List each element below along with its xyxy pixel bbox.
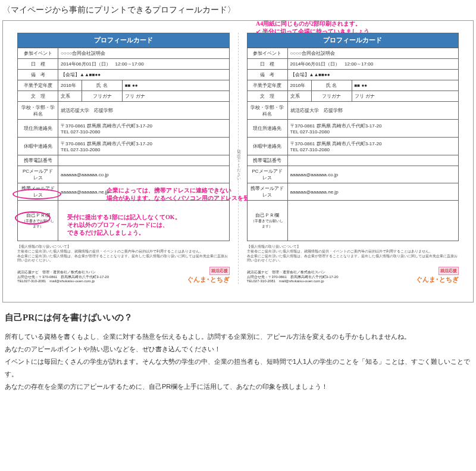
profile-card-right: プロフィールカード 参加イベント○○○○合同会社説明会 日 程2014年06月0…: [239, 33, 468, 284]
profile-table: 参加イベント○○○○合同会社説明会 日 程2014年06月01日（日） 12:0…: [247, 48, 459, 241]
value-note: 【会場】▲▲■■●●: [58, 70, 230, 80]
page-title: 〈マイページから事前にプリントできるプロフィールカード〉: [0, 0, 476, 20]
bottom-title: 自己PRには何を書けばいいの？: [5, 312, 471, 323]
card-footer: 就活応援ナビ 管理・運営会社／株式会社スパンお問合せ先：〒370-0861 群馬…: [17, 267, 230, 284]
label-pr: 自己ＰＲ欄（手書きでお願いします）: [18, 201, 58, 241]
value-mobile: [58, 155, 230, 166]
label-date: 日 程: [18, 59, 58, 70]
value-mbmail: aaaaaa@aaaaaa.ne.jp: [58, 183, 230, 201]
label-major: 文 理: [18, 91, 58, 102]
card-header: プロフィールカード: [247, 33, 459, 48]
value-school: 就活応援大学 応援学部: [58, 102, 230, 120]
label-school: 学校・学部・学科名: [18, 102, 58, 120]
label-kana: フリガナ: [82, 91, 123, 102]
value-date: 2014年06月01日（日） 12:00～17:00: [58, 59, 230, 70]
value-pr[interactable]: [58, 201, 230, 241]
label-addr: 現住所連絡先: [18, 120, 58, 138]
label-event: 参加イベント: [18, 48, 58, 59]
bottom-article: 自己PRには何を書けばいいの？ 所有している資格を書くもよし、企業に対する熱意を…: [0, 302, 476, 402]
bottom-text: 所有している資格を書くもよし、企業に対する熱意を伝えるもよし。訪問する企業別に、…: [5, 330, 471, 392]
value-major: 文系: [58, 91, 82, 102]
value-event: ○○○○合同会社説明会: [58, 48, 230, 59]
logo: 就活応援ぐんま･とちぎ: [187, 267, 230, 284]
card-header: プロフィールカード: [17, 33, 230, 48]
value-addr: 〒370-0861 群馬県 高崎市八千代町3-17-20TEL 027-310-…: [58, 120, 230, 138]
label-vac: 休暇中連絡先: [18, 138, 58, 155]
print-sheet: A4用紙に同じものが2部印刷されます。 ↙ 半分に切って会場に持っていきましょう…: [2, 20, 474, 302]
value-grad: 2016年: [58, 80, 82, 91]
disclaimer: 【個人情報の取り扱いについて】主催者にご提出頂いた個人情報は、就職情報の提供・イ…: [247, 245, 459, 263]
profile-table: 参加イベント○○○○合同会社説明会 日 程2014年06月01日（日） 12:0…: [17, 48, 230, 241]
label-mbmail: 携帯メールアドレス: [18, 183, 58, 201]
label-pcmail: PCメールアドレス: [18, 166, 58, 183]
disclaimer: 【個人情報の取り扱いについて】主催者にご提出頂いた個人情報は、就職情報の提供・イ…: [17, 245, 230, 263]
card-footer: 就活応援ナビ 管理・運営会社／株式会社スパンお問合せ先：〒370-0861 群馬…: [247, 267, 459, 284]
value-pcmail: aaaaaa@aaaaaa.co.jp: [58, 166, 230, 183]
value-kana: フリ ガナ: [123, 91, 230, 102]
label-name: 氏 名: [82, 80, 123, 91]
label-mobile: 携帯電話番号: [18, 155, 58, 166]
label-note: 備 考: [18, 70, 58, 80]
profile-card-left: プロフィールカード 参加イベント○○○○合同会社説明会 日 程2014年06月0…: [9, 33, 238, 284]
logo: 就活応援ぐんま･とちぎ: [416, 267, 459, 284]
value-vac: 〒370-0861 群馬県 高崎市八千代町3-17-20TEL 027-310-…: [58, 138, 230, 155]
value-name: ■■ ●●: [123, 80, 230, 91]
label-grad: 卒業予定年度: [18, 80, 58, 91]
